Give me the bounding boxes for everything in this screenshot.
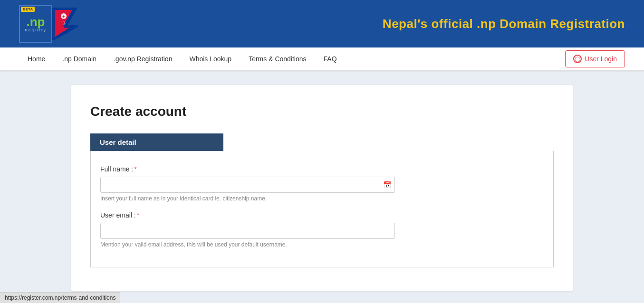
full-name-label: Full name :*: [100, 165, 544, 173]
required-star-email: *: [137, 211, 139, 219]
main-content: Create account User detail Full name :* …: [0, 71, 644, 303]
nav-terms[interactable]: Terms & Conditions: [240, 47, 315, 70]
nav-home[interactable]: Home: [19, 47, 54, 70]
section-header: User detail: [90, 133, 223, 151]
page-title: Create account: [90, 104, 554, 119]
nav-govnp[interactable]: .gov.np Registration: [105, 47, 181, 70]
user-email-input-wrapper: [100, 223, 395, 239]
np-logo-text: .np: [27, 16, 45, 28]
user-login-label: User Login: [585, 55, 617, 63]
logo-area: BETA .np Registry ✦ ☽: [19, 5, 81, 43]
user-login-button[interactable]: ◯ User Login: [565, 50, 625, 67]
full-name-hint: Insert your full name as in your identic…: [100, 195, 544, 202]
form-card: Create account User detail Full name :* …: [71, 85, 573, 291]
id-card-icon: 📅: [383, 181, 391, 189]
user-email-hint: Mention your valid email address, this w…: [100, 241, 544, 248]
user-icon: ◯: [573, 55, 582, 63]
nav-whois[interactable]: Whois Lookup: [181, 47, 240, 70]
beta-badge: BETA: [21, 7, 35, 12]
required-star-name: *: [134, 165, 136, 173]
full-name-group: Full name :* 📅 Insert your full name as …: [100, 165, 544, 202]
svg-text:✦: ✦: [62, 14, 66, 19]
nav-faq[interactable]: FAQ: [315, 47, 346, 70]
status-bar: https://register.com.np/terms-and-condit…: [0, 292, 120, 303]
nav-np-domain[interactable]: .np Domain: [54, 47, 105, 70]
svg-text:☽: ☽: [62, 21, 66, 26]
full-name-input[interactable]: [100, 177, 395, 193]
full-name-input-wrapper: 📅: [100, 177, 395, 193]
nepal-flag: ✦ ☽: [52, 7, 81, 40]
user-email-label: User email :*: [100, 211, 544, 219]
user-email-group: User email :* Mention your valid email a…: [100, 211, 544, 248]
site-title: Nepal's official .np Domain Registration: [383, 17, 625, 31]
site-header: BETA .np Registry ✦ ☽ Nepal's official .…: [0, 0, 644, 47]
form-section: Full name :* 📅 Insert your full name as …: [90, 151, 554, 267]
registry-label: Registry: [25, 28, 46, 32]
logo-box: BETA .np Registry: [19, 5, 52, 43]
main-nav: Home .np Domain .gov.np Registration Who…: [0, 47, 644, 71]
user-email-input[interactable]: [100, 223, 395, 239]
